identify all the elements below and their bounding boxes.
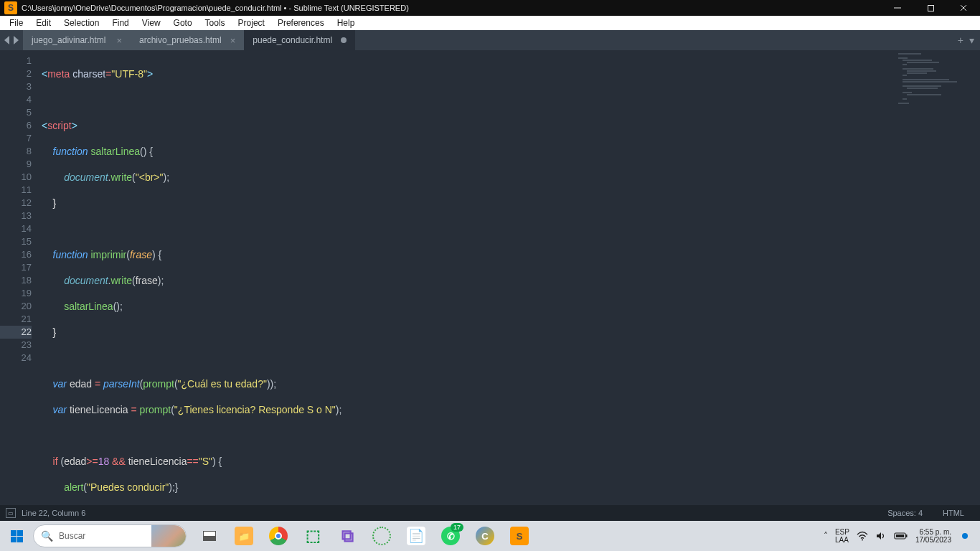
battery-icon[interactable] <box>894 532 908 540</box>
tab-close-icon[interactable]: × <box>230 35 236 46</box>
menu-goto[interactable]: Goto <box>167 17 199 29</box>
volume-icon[interactable] <box>875 531 887 541</box>
whatsapp-button[interactable]: ✆17 <box>436 522 465 550</box>
editor[interactable]: 123456789101112131415161718192021222324 … <box>0 50 980 505</box>
tray-overflow-button[interactable]: ˄ <box>824 531 828 541</box>
minimap[interactable] <box>894 50 980 505</box>
tab-puede-conducir[interactable]: puede_conducir.html <box>244 30 355 50</box>
status-indentation[interactable]: Spaces: 4 <box>877 509 933 517</box>
svg-rect-1 <box>928 5 933 11</box>
search-icon: 🔍 <box>41 530 53 542</box>
maximize-button[interactable] <box>914 0 947 16</box>
menu-tools[interactable]: Tools <box>199 17 232 29</box>
windows-logo-icon <box>11 530 23 542</box>
nav-back-icon <box>4 36 9 44</box>
statusbar: ▭ Line 22, Column 6 Spaces: 4 HTML <box>0 505 980 521</box>
taskbar-search[interactable]: 🔍 Buscar <box>33 524 187 547</box>
new-tab-button[interactable]: + <box>958 34 963 46</box>
tab-label: archivo_pruebas.html <box>139 35 222 45</box>
tab-history-nav[interactable] <box>0 30 23 50</box>
chrome-button[interactable] <box>264 522 293 550</box>
panel-switcher-icon[interactable]: ▭ <box>6 508 16 518</box>
window-title: C:\Users\jonny\OneDrive\Documentos\Progr… <box>22 4 881 12</box>
menu-help[interactable]: Help <box>331 17 362 29</box>
menu-edit[interactable]: Edit <box>29 17 57 29</box>
start-button[interactable] <box>4 524 29 548</box>
tab-dropdown-button[interactable]: ▾ <box>969 34 974 46</box>
menu-preferences[interactable]: Preferences <box>271 17 331 29</box>
taskbar-pinned-apps: 📁 ⬚ ⧉ 📄 ✆17 C S <box>195 522 534 550</box>
menu-project[interactable]: Project <box>232 17 271 29</box>
tab-label: juego_adivinar.html <box>32 35 108 45</box>
visual-studio-button[interactable]: ⧉ <box>333 522 362 550</box>
tab-archivo-pruebas[interactable]: archivo_pruebas.html × <box>131 30 244 50</box>
windows-taskbar: 🔍 Buscar 📁 ⬚ ⧉ 📄 ✆17 C S ˄ ESP LAA <box>0 521 980 551</box>
menu-find[interactable]: Find <box>105 17 135 29</box>
app-button[interactable]: ⬚ <box>298 522 327 550</box>
svg-point-4 <box>862 540 863 541</box>
titlebar: S C:\Users\jonny\OneDrive\Documentos\Pro… <box>0 0 980 16</box>
search-artwork <box>151 525 186 547</box>
menu-view[interactable]: View <box>136 17 167 29</box>
tab-juego-adivinar[interactable]: juego_adivinar.html × <box>23 30 131 50</box>
app-button[interactable] <box>367 522 396 550</box>
menubar: File Edit Selection Find View Goto Tools… <box>0 16 980 30</box>
menu-file[interactable]: File <box>3 17 29 29</box>
svg-rect-7 <box>896 534 904 537</box>
close-button[interactable] <box>947 0 980 16</box>
app-icon: S <box>4 1 17 14</box>
tab-label: puede_conducir.html <box>253 35 332 45</box>
svg-rect-6 <box>905 534 907 537</box>
app-button[interactable]: C <box>471 522 499 550</box>
status-syntax[interactable]: HTML <box>933 509 974 517</box>
file-explorer-button[interactable]: 📁 <box>230 522 258 550</box>
gutter: 123456789101112131415161718192021222324 <box>0 50 39 505</box>
wifi-icon[interactable] <box>857 531 868 541</box>
menu-selection[interactable]: Selection <box>57 17 105 29</box>
code-area[interactable]: <meta charset="UTF-8"> <script> function… <box>39 50 980 505</box>
app-button[interactable]: 📄 <box>402 522 430 550</box>
tabbar: juego_adivinar.html × archivo_pruebas.ht… <box>0 30 980 50</box>
nav-forward-icon <box>14 36 19 44</box>
whatsapp-badge: 17 <box>451 523 463 532</box>
sublime-window: S C:\Users\jonny\OneDrive\Documentos\Pro… <box>0 0 980 551</box>
clock[interactable]: 6:55 p. m. 17/05/2023 <box>915 528 951 544</box>
language-indicator[interactable]: ESP LAA <box>835 528 849 544</box>
minimize-button[interactable] <box>881 0 914 16</box>
notifications-button[interactable] <box>958 529 971 542</box>
tab-close-icon[interactable]: × <box>116 35 122 46</box>
taskview-button[interactable] <box>195 522 224 550</box>
notification-dot-icon <box>962 533 968 539</box>
tab-dirty-icon <box>341 37 347 43</box>
status-position: Line 22, Column 6 <box>22 509 85 517</box>
system-tray: ˄ ESP LAA 6:55 p. m. 17/05/2023 <box>819 528 976 544</box>
sublime-button[interactable]: S <box>505 522 534 550</box>
